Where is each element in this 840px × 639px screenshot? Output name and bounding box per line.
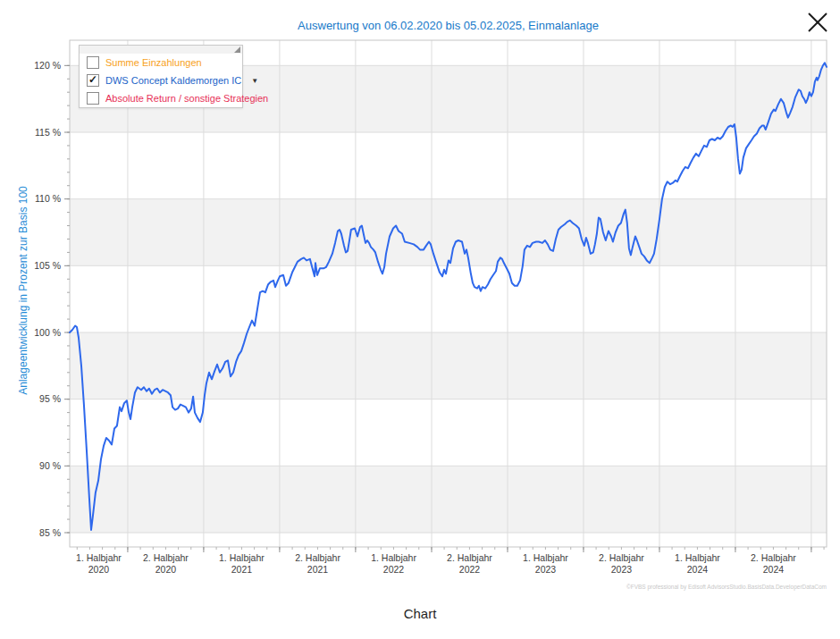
x-tick-label: 2020 xyxy=(88,564,110,575)
x-tick-label: 2. Halbjahr xyxy=(143,552,189,563)
x-tick-label: 2020 xyxy=(155,564,177,575)
legend-label: DWS Concept Kaldemorgen IC xyxy=(105,75,241,86)
y-tick-label: 105 % xyxy=(34,260,61,271)
x-tick-label: 2. Halbjahr xyxy=(295,552,340,563)
plot-band xyxy=(70,332,827,399)
chart-panel: Auswertung von 06.02.2020 bis 05.02.2025… xyxy=(0,0,840,639)
y-tick-label: 85 % xyxy=(39,527,61,538)
x-tick-label: 2022 xyxy=(383,564,405,575)
checkbox-absolute-return[interactable] xyxy=(87,92,99,105)
x-tick-label: 2023 xyxy=(535,564,557,575)
legend-resize-handle[interactable] xyxy=(234,46,240,53)
tab-chart-label: Chart xyxy=(0,606,840,621)
x-tick-label: 1. Halbjahr xyxy=(675,552,720,563)
legend-label: Absolute Return / sonstige Strategien xyxy=(105,93,268,104)
x-tick-label: 1. Halbjahr xyxy=(371,552,416,563)
legend-item-summe-einzahlungen[interactable]: Summe Einzahlungen xyxy=(80,54,242,71)
x-tick-label: 2024 xyxy=(763,564,785,575)
legend-item-absolute-return[interactable]: Absolute Return / sonstige Strategien xyxy=(80,89,242,107)
series-line xyxy=(70,63,827,530)
x-tick-label: 2021 xyxy=(231,564,253,575)
watermark: ©FVBS professional by Edisoft AdvisorsSt… xyxy=(626,584,827,591)
x-tick-label: 1. Halbjahr xyxy=(76,552,122,563)
checkbox-summe-einzahlungen[interactable] xyxy=(87,56,99,69)
plot-band xyxy=(70,199,827,266)
x-tick-label: 2024 xyxy=(687,564,709,575)
y-tick-label: 90 % xyxy=(39,460,61,471)
chevron-down-icon[interactable]: ▼ xyxy=(251,77,258,85)
chart-legend: Summe Einzahlungen ✓ DWS Concept Kaldemo… xyxy=(79,45,243,108)
x-tick-label: 2022 xyxy=(459,564,481,575)
y-tick-label: 95 % xyxy=(39,393,61,404)
legend-header xyxy=(80,46,242,54)
x-tick-label: 2021 xyxy=(307,564,329,575)
x-tick-label: 2. Halbjahr xyxy=(751,552,796,563)
y-tick-label: 120 % xyxy=(34,60,61,71)
checkbox-dws-concept-kaldemorgen[interactable]: ✓ xyxy=(87,74,99,87)
x-tick-label: 2. Halbjahr xyxy=(447,552,492,563)
plot-band xyxy=(70,466,827,533)
y-tick-label: 115 % xyxy=(35,127,61,138)
x-tick-label: 1. Halbjahr xyxy=(523,552,568,563)
y-tick-label: 110 % xyxy=(35,193,61,204)
legend-label: Summe Einzahlungen xyxy=(105,57,202,68)
legend-item-dws-concept-kaldemorgen[interactable]: ✓ DWS Concept Kaldemorgen IC ▼ xyxy=(80,71,242,89)
x-tick-label: 1. Halbjahr xyxy=(219,552,265,563)
x-tick-label: 2023 xyxy=(611,564,633,575)
y-axis-title: Anlageentwicklung in Prozent zur Basis 1… xyxy=(17,186,29,395)
y-tick-label: 100 % xyxy=(34,327,61,338)
x-tick-label: 2. Halbjahr xyxy=(599,552,644,563)
